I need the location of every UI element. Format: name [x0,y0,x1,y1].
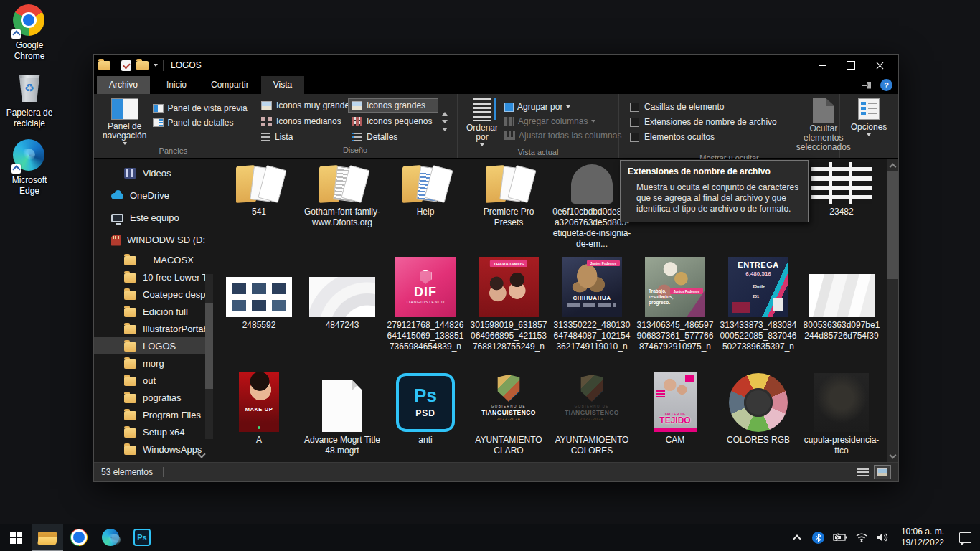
sort-by-button[interactable]: Ordenar por [462,97,502,148]
sidebar-item-windodw-sd[interactable]: WINDODW SD (D: [94,229,213,251]
file-item[interactable]: 23482 [800,161,883,251]
sidebar-item-pografias[interactable]: pografias [94,389,213,406]
file-item[interactable]: Juntos Podemos CHIHUAHUA 313350222_48013… [550,251,633,367]
group-by-button[interactable]: Agrupar por [502,101,623,113]
thumbnail-banner: TRABAJAMOS [490,260,527,267]
properties-icon[interactable] [121,60,131,71]
preview-pane-button[interactable]: Panel de vista previa [151,103,249,114]
item-checkboxes-checkbox[interactable]: Casillas de elemento [628,101,779,113]
pin-ribbon-icon[interactable] [862,80,873,91]
customize-qat-caret-icon[interactable] [154,64,158,67]
file-extensions-checkbox[interactable]: Extensiones de nombre de archivo [628,116,779,128]
tab-compartir[interactable]: Compartir [199,76,261,94]
file-item[interactable]: MAKE-UP A [217,367,301,462]
sidebar-item-edicion-full[interactable]: Edición full [94,303,213,320]
taskbar-file-explorer[interactable] [32,524,63,551]
hidden-items-checkbox[interactable]: Elementos ocultos [628,131,779,143]
view-option-detalles[interactable]: Detalles [348,130,438,144]
file-item[interactable]: DIF TIANGUISTENCO 279121768_144826641415… [384,251,467,367]
scrollbar-thumb[interactable] [887,171,898,279]
sidebar-scroll-down-icon[interactable] [198,451,204,458]
close-button[interactable] [865,55,894,76]
sidebar-item-label: Program Files [143,410,201,420]
sidebar-item-macosx[interactable]: __MACOSX [94,251,213,268]
size-all-columns-button[interactable]: Ajustar todas las columnas [502,130,623,141]
details-view-toggle[interactable] [855,465,872,479]
minimize-button[interactable] [808,55,837,76]
battery-icon[interactable] [831,524,849,551]
sidebar-item-illustratorportable[interactable]: IllustratorPortab [94,320,213,337]
tray-chevron-up-icon[interactable] [788,524,806,551]
view-option-iconos-pequenos[interactable]: Iconos pequeños [348,114,438,128]
view-option-iconos-medianos[interactable]: Iconos medianos [258,114,348,128]
file-item[interactable]: Advance Mogrt Title 48.mogrt [301,367,384,462]
views-scroll-up-icon[interactable] [442,112,448,116]
sidebar-item-morg[interactable]: morg [94,354,213,372]
folder-icon [483,164,534,204]
sidebar-item-onedrive[interactable]: OneDrive [94,184,213,207]
tab-vista[interactable]: Vista [261,76,304,94]
options-button[interactable]: Opciones [847,97,892,146]
action-center-icon[interactable] [953,524,977,551]
sidebar-scrollbar[interactable] [205,274,213,439]
file-item[interactable]: GOBIERNO DE TIANGUISTENCO 2022·2024 AYUN… [467,367,550,462]
views-scroll-down-icon[interactable] [442,120,448,123]
views-more-icon[interactable] [442,128,448,131]
tab-inicio[interactable]: Inicio [154,76,199,94]
taskbar-chrome[interactable] [63,524,95,551]
sidebar-item-videos[interactable]: Videos [94,162,213,184]
new-folder-icon[interactable] [136,61,149,70]
folder-icon [124,394,136,403]
file-item[interactable]: ENTREGA 6,480,516 25mil+ 251 313433873_4… [717,251,800,367]
file-item[interactable]: 2485592 [217,251,301,367]
sidebar-item-windowsapps[interactable]: WindowsApps [94,441,213,458]
file-item[interactable]: 541 [217,161,301,251]
file-item[interactable]: Premiere Pro Presets [467,161,550,251]
taskbar-photoshop[interactable]: Ps [126,524,158,551]
document-icon [322,380,362,432]
desktop-icon-edge[interactable]: Microsoft Edge [4,139,55,197]
main-scrollbar[interactable] [887,159,898,462]
sidebar-item-coatepec[interactable]: Coatepec despe [94,286,213,303]
file-item[interactable]: Help [384,161,467,251]
wifi-icon[interactable] [852,524,871,551]
file-item[interactable]: Trabajo, resultados, progreso. Juntos Po… [633,251,717,367]
volume-icon[interactable] [874,524,892,551]
scroll-down-icon[interactable] [887,451,898,462]
file-item[interactable]: 4847243 [301,251,384,367]
scroll-up-icon[interactable] [887,159,898,171]
taskbar-edge[interactable] [95,524,126,551]
file-item[interactable]: Ps PSD anti [384,367,467,462]
image-thumbnail [809,274,875,317]
view-option-lista[interactable]: Lista [258,130,348,144]
sidebar-item-out[interactable]: out [94,372,213,389]
add-columns-button[interactable]: Agregar columnas [502,116,623,127]
desktop-icon-recycle-bin[interactable]: ♻ Papelera de reciclaje [4,72,55,129]
view-option-iconos-grandes[interactable]: Iconos grandes [348,98,438,113]
navigation-pane-button[interactable]: Panel de navegación [98,97,151,146]
file-item[interactable]: Gotham-font-family-www.Dfonts.org [301,161,384,251]
tab-archivo[interactable]: Archivo [97,76,150,94]
sidebar-item-setup-x64[interactable]: Setup x64 [94,423,213,441]
sidebar-item-10-free-lower[interactable]: 10 free Lower Th [94,268,213,286]
bluetooth-icon[interactable] [809,524,828,551]
start-button[interactable] [0,524,32,551]
file-item[interactable]: 800536363d097be1244d85726d754f39 [800,251,883,367]
file-item[interactable]: cupula-presidencia-ttco [800,367,883,462]
sidebar-item-program-files[interactable]: Program Files [94,406,213,423]
group-label-vista-actual: Vista actual [458,148,618,158]
desktop: Google Chrome ♻ Papelera de reciclaje Mi… [0,0,980,551]
view-option-iconos-muy-grandes[interactable]: Iconos muy grandes [258,98,348,113]
sidebar-item-este-equipo[interactable]: Este equipo [94,207,213,229]
file-item[interactable]: GOBIERNO DE TIANGUISTENCO 2022·2024 AYUN… [550,367,633,462]
file-item[interactable]: COLORES RGB [717,367,800,462]
help-icon[interactable]: ? [880,79,892,91]
details-pane-button[interactable]: Panel de detalles [151,117,249,128]
sidebar-item-logos[interactable]: LOGOS [94,337,213,354]
maximize-button[interactable] [837,55,865,76]
taskbar-clock[interactable]: 10:06 a. m. 19/12/2022 [895,527,950,548]
desktop-icon-chrome[interactable]: Google Chrome [4,4,55,62]
file-item[interactable]: TALLER DE TEJIDO CAM [633,367,717,462]
thumbnail-view-toggle[interactable] [874,465,891,479]
file-item[interactable]: TRABAJAMOS 301598019_631857064966895_421… [467,251,550,367]
